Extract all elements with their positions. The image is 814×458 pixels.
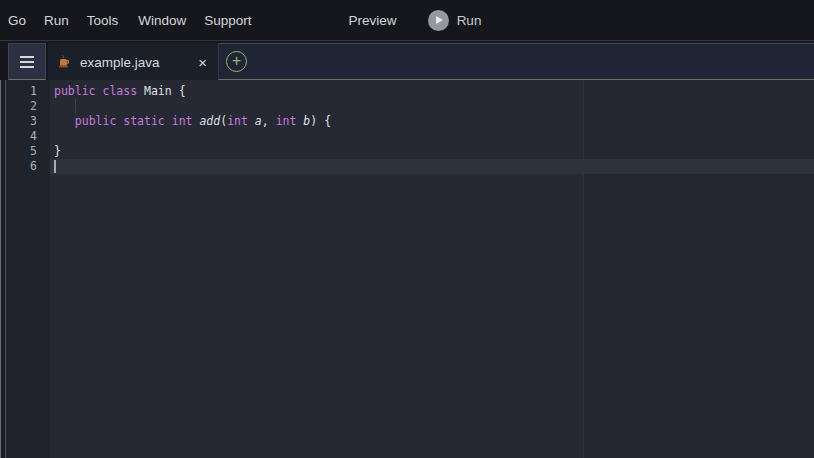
hamburger-menu-button[interactable] xyxy=(8,43,46,80)
line-number: 6 xyxy=(6,159,50,174)
code-line: } xyxy=(54,144,814,159)
java-file-icon xyxy=(58,55,71,69)
text-cursor xyxy=(54,160,56,173)
code-line xyxy=(54,129,814,144)
menu-item-window[interactable]: Window xyxy=(138,13,186,28)
line-number: 3 xyxy=(6,114,50,129)
run-button-label: Run xyxy=(457,13,482,28)
run-play-icon[interactable] xyxy=(428,10,449,31)
menu-item-support[interactable]: Support xyxy=(204,13,251,28)
code-line: public class Main { xyxy=(54,84,814,99)
menu-bar: Go Run Tools Window Support Preview Run xyxy=(0,0,814,40)
hamburger-icon xyxy=(20,56,34,68)
editor-pane: 123456 public class Main { public static… xyxy=(0,80,814,458)
line-number: 5 xyxy=(6,144,50,159)
line-number-gutter: 123456 xyxy=(6,80,50,458)
tab-close-icon[interactable]: × xyxy=(198,55,207,70)
code-editor-text[interactable]: public class Main { public static int ad… xyxy=(50,80,814,458)
tab-bar: example.java × + xyxy=(0,40,814,80)
line-number: 4 xyxy=(6,129,50,144)
line-number: 1 xyxy=(6,84,50,99)
menu-item-tools[interactable]: Tools xyxy=(87,13,119,28)
ide-window: Go Run Tools Window Support Preview Run … xyxy=(0,0,814,458)
menu-item-run[interactable]: Run xyxy=(44,13,69,28)
tab-label: example.java xyxy=(80,55,160,70)
new-tab-button[interactable]: + xyxy=(226,51,247,72)
code-line xyxy=(54,159,814,174)
tab-bar-empty-area: + xyxy=(218,43,814,80)
code-line: public static int add(int a, int b) { xyxy=(54,114,814,129)
play-triangle-icon xyxy=(436,16,443,24)
line-number: 2 xyxy=(6,99,50,114)
menu-item-go[interactable]: Go xyxy=(8,13,26,28)
code-line xyxy=(54,99,814,114)
preview-button[interactable]: Preview xyxy=(349,13,397,28)
run-button[interactable]: Run xyxy=(428,10,482,31)
tab-example-java[interactable]: example.java × xyxy=(48,43,218,81)
